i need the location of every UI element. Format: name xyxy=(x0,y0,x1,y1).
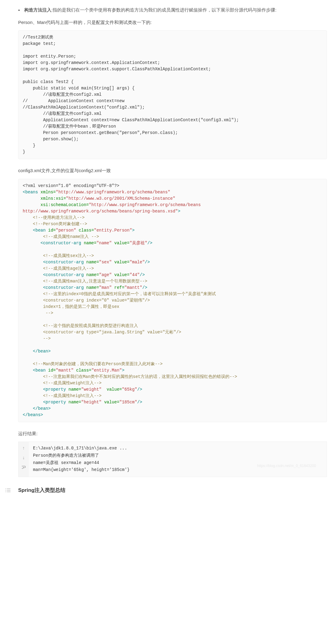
xml-string: "44" xyxy=(130,272,140,277)
xml-string: "male" xyxy=(130,260,145,265)
arrow-down-icon[interactable]: ↓ xyxy=(21,455,26,460)
xml-pi: <?xml version="1.0" encoding="UTF-8"?> xyxy=(23,183,119,188)
xml-tag-end: </bean> xyxy=(33,406,51,411)
xml-string: http://www.springframework.org/schema/be… xyxy=(23,209,178,214)
xml-string: "name" xyxy=(97,241,112,245)
xml-attr: xmlns:xsi= xyxy=(41,196,66,201)
wrap-icon[interactable] xyxy=(21,465,26,470)
svg-rect-1 xyxy=(7,489,11,489)
xml-tag: /> xyxy=(137,387,142,392)
bullet-item: 构造方法注入:指的是我们在一个类中使用有参数的构造方法为我们的成员属性进行赋值操… xyxy=(18,6,327,14)
xml-string: "mantt" xyxy=(124,285,142,290)
paragraph: config3.xml文件,文件的位置与config2.xml一致 xyxy=(18,167,327,175)
xml-comment: <!--成员属性sex注入--> xyxy=(43,253,94,258)
xml-string: "sex" xyxy=(99,260,112,265)
xml-string: "吴彦祖" xyxy=(130,241,147,245)
xml-tag: /> xyxy=(142,285,147,290)
xml-attr: name= xyxy=(68,400,81,405)
java-code: //Test2测试类 package test; import entity.P… xyxy=(23,35,239,154)
xml-attr: value= xyxy=(114,272,129,277)
xml-attr: name= xyxy=(86,285,99,290)
xml-string: "mantt" xyxy=(56,368,74,373)
xml-comment: <!--这里的index=0指的是成员属性对应的第一个，读者可以注释掉第一个"吴… xyxy=(43,292,216,296)
watermark-text: https://blog.csdn.net/m_0_61843200 xyxy=(257,463,316,469)
xml-attr: name= xyxy=(86,260,99,265)
xml-comment: <!--使用构造方法注入--> xyxy=(33,215,85,220)
xml-comment: <!--成员属性man注入,注意这是一个引用数据类型--> xyxy=(43,279,147,284)
xml-attr: class= xyxy=(79,228,94,233)
xml-tag: <constructor-arg xyxy=(43,285,84,290)
xml-comment: <!--成员属性age注入--> xyxy=(43,266,94,271)
xml-tag: <property xyxy=(43,400,66,405)
svg-rect-0 xyxy=(5,489,6,489)
xml-tag: <bean xyxy=(33,368,46,373)
xml-attr: name= xyxy=(86,272,99,277)
xml-string: "185cm" xyxy=(119,400,137,405)
xml-tag: <beans xyxy=(23,190,38,195)
xml-comment: <constructor-arg index="0" value="梁朝伟"/> xyxy=(43,298,150,303)
svg-rect-3 xyxy=(7,490,11,491)
section-heading: Spring注入类型总结 xyxy=(18,486,327,495)
svg-rect-4 xyxy=(5,492,6,492)
xml-comment: <!--成员属性weight注入--> xyxy=(43,381,101,385)
xml-tag: <constructor-arg xyxy=(41,241,81,245)
xml-comment: --> xyxy=(43,336,51,341)
xml-tag: > xyxy=(132,228,134,233)
xml-tag: /> xyxy=(137,400,142,405)
xml-tag: /> xyxy=(145,260,150,265)
xml-attr: value= xyxy=(114,260,129,265)
xml-attr: ref= xyxy=(114,285,124,290)
xml-comment: <!--Man类对象的创建，因为我们要在Person类里面注入此对象--> xyxy=(33,362,163,366)
xml-tag: <bean xyxy=(33,228,46,233)
xml-string: "entity.Man" xyxy=(91,368,122,373)
svg-rect-2 xyxy=(5,490,6,491)
code-block-xml: <?xml version="1.0" encoding="UTF-8"?> <… xyxy=(18,179,327,422)
xml-attr: name= xyxy=(68,387,81,392)
xml-tag: <property xyxy=(43,387,66,392)
xml-attr: class= xyxy=(76,368,91,373)
output-block: ↑ ↓ E:\Java\jdk1.8.0_171\bin\java.exe ..… xyxy=(18,442,327,477)
xml-attr: id= xyxy=(48,368,56,373)
xml-string: "65kg" xyxy=(122,387,137,392)
xml-string: "entity.Person" xyxy=(94,228,132,233)
xml-comment: <constructor-arg type="java.lang.String"… xyxy=(43,330,181,335)
arrow-up-icon[interactable]: ↑ xyxy=(21,445,26,450)
paragraph: Person、Man代码与上面一样的，只是配置文件和测试类改一下的: xyxy=(18,18,327,26)
xml-tag: > xyxy=(122,368,124,373)
xml-attr: id= xyxy=(48,228,56,233)
bullet-desc: :指的是我们在一个类中使用有参数的构造方法为我们的成员属性进行赋值操作，以下展示… xyxy=(51,7,276,12)
xml-string: "http://www.springframework.org/schema/b… xyxy=(56,190,170,195)
xml-tag-end: </bean> xyxy=(33,349,51,354)
output-sidebar: ↑ ↓ xyxy=(18,442,29,477)
xml-comment: <!--成员属性name注入 --> xyxy=(43,234,99,239)
xml-tag: <constructor-arg xyxy=(43,272,84,277)
list-icon xyxy=(5,487,12,492)
xml-attr: value= xyxy=(114,241,129,245)
xml-comment: <!--注意如果我们在Man类中不加对应的属性的set方法的话，这里注入属性时候… xyxy=(43,374,237,379)
xml-tag: <constructor-arg xyxy=(43,260,84,265)
code-block-java: //Test2测试类 package test; import entity.P… xyxy=(18,30,327,159)
xml-string: "man" xyxy=(99,285,112,290)
xml-comment: index=1，指的是第二个属性，即是sex xyxy=(43,304,119,309)
output-text: E:\Java\jdk1.8.0_171\bin\java.exe ... Pe… xyxy=(29,442,327,477)
paragraph: 运行结果: xyxy=(18,430,327,438)
xml-comment: --> xyxy=(43,311,53,315)
xml-string: "height" xyxy=(81,400,101,405)
xml-attr: name= xyxy=(84,241,97,245)
xml-attr: xsi:schemaLocation= xyxy=(41,202,89,207)
xml-tag: /> xyxy=(140,272,145,277)
xml-string: "http://www.springframework.org/schema/b… xyxy=(89,202,201,207)
bullet-text: 构造方法注入:指的是我们在一个类中使用有参数的构造方法为我们的成员属性进行赋值操… xyxy=(24,7,276,12)
bullet-label: 构造方法注入 xyxy=(24,7,51,12)
xml-tag-end: </beans> xyxy=(23,412,43,417)
heading-text: Spring注入类型总结 xyxy=(18,487,65,493)
xml-tag: /> xyxy=(147,241,153,245)
xml-comment: <!--成员属性height注入--> xyxy=(43,393,101,398)
xml-string: "weight" xyxy=(81,387,101,392)
xml-tag: > xyxy=(178,209,180,214)
xml-string: "person" xyxy=(56,228,76,233)
xml-comment: <!--Person类对象创建--> xyxy=(33,222,87,226)
xml-attr: value= xyxy=(107,387,122,392)
xml-comment: <!--这个指的是按照成员属性的类型进行构造注入 xyxy=(43,323,138,328)
xml-string: "http://www.w3.org/2001/XMLSchema-instan… xyxy=(66,196,175,201)
